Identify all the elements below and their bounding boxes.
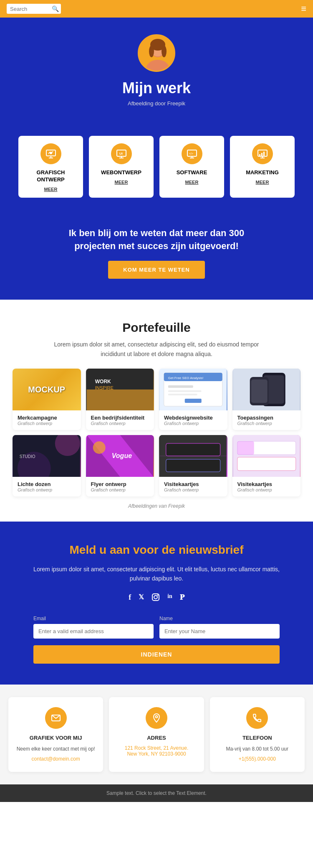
- search-box[interactable]: 🔍: [7, 4, 61, 14]
- header: 🔍 ≡: [0, 0, 313, 18]
- portfolio-item-2[interactable]: Get Free SEO Analysis! Webdesignwebsite …: [159, 369, 227, 430]
- portfolio-item-title-2: Webdesignwebsite: [164, 415, 222, 421]
- cta-button[interactable]: KOM MEER TE WETEN: [108, 261, 204, 279]
- linkedin-icon[interactable]: in: [167, 593, 172, 603]
- svg-rect-36: [185, 399, 202, 403]
- portfolio-img-6: [159, 435, 227, 477]
- svg-rect-26: [86, 389, 153, 410]
- portfolio-img-4: STUDIO: [13, 435, 81, 477]
- submit-button[interactable]: INDIENEN: [33, 645, 280, 664]
- pinterest-icon[interactable]: 𝐏: [180, 593, 184, 603]
- portfolio-info-3: Toepassingen Grafisch ontwerp: [232, 410, 301, 430]
- facebook-icon[interactable]: f: [129, 593, 131, 603]
- email-label: Email: [33, 616, 154, 621]
- svg-text:INSPIRE: INSPIRE: [95, 385, 113, 390]
- contact-text-2: Ma-vrij van 8.00 tot 5.00 uur: [217, 745, 298, 753]
- twitter-icon[interactable]: 𝕏: [139, 593, 144, 603]
- portfolio-item-title-5: Flyer ontwerp: [91, 481, 149, 487]
- service-title-marketing: MARKETING: [246, 169, 279, 176]
- meer-software[interactable]: MEER: [185, 180, 199, 185]
- portfolio-item-4[interactable]: STUDIO Lichte dozen Grafisch ontwerp: [13, 435, 81, 496]
- portfolio-info-1: Een bedrijfsidentiteit Grafisch ontwerp: [86, 410, 154, 430]
- portfolio-item-cat-1: Grafisch ontwerp: [91, 421, 149, 426]
- portfolio-img-3: [232, 369, 301, 410]
- newsletter-title: Meld u aan voor de nieuwsbrief: [33, 542, 280, 557]
- contact-link-0[interactable]: contact@domein.com: [15, 756, 96, 762]
- portfolio-item-title-4: Lichte dozen: [18, 481, 76, 487]
- portfolio-item-7[interactable]: Visitekaartjes Grafisch ontwerp: [232, 435, 301, 496]
- name-input[interactable]: [159, 624, 280, 639]
- portfolio-item-6[interactable]: Visitekaartjes Grafisch ontwerp: [159, 435, 227, 496]
- svg-point-62: [155, 716, 157, 718]
- contact-text-0: Neem elke keer contact met mij op!: [15, 745, 96, 753]
- services-section: GRAFISCHONTWERP MEER UI WEBONTWERP MEER …: [0, 127, 313, 214]
- name-group: Name: [159, 616, 280, 639]
- portfolio-info-0: Merkcampagne Grafisch ontwerp: [13, 410, 81, 430]
- portfolio-item-5[interactable]: Vogue Flyer ontwerp Grafisch ontwerp: [86, 435, 154, 496]
- newsletter-section: Meld u aan voor de nieuwsbrief Lorem ips…: [0, 522, 313, 685]
- svg-rect-34: [168, 390, 202, 392]
- portfolio-item-cat-6: Grafisch ontwerp: [164, 487, 222, 492]
- contact-card-phone: TELEFOON Ma-vrij van 8.00 tot 5.00 uur +…: [210, 697, 305, 771]
- marketing-icon: [252, 143, 273, 164]
- contact-section: GRAFIEK VOOR MIJ Neem elke keer contact …: [0, 685, 313, 784]
- service-card-grafisch: GRAFISCHONTWERP MEER: [18, 136, 83, 198]
- svg-text:STUDIO: STUDIO: [20, 454, 35, 459]
- software-icon: </>: [182, 143, 202, 164]
- phone-contact-icon: [246, 707, 268, 729]
- address-contact-icon: [146, 707, 167, 729]
- search-input[interactable]: [10, 6, 52, 12]
- meer-webontwerp[interactable]: MEER: [115, 180, 128, 185]
- hero-title: Mijn werk: [122, 79, 191, 97]
- svg-text:Get Free SEO Analysis!: Get Free SEO Analysis!: [168, 376, 203, 380]
- freepik-link[interactable]: Freepik: [167, 100, 185, 107]
- instagram-icon[interactable]: [151, 593, 160, 603]
- portfolio-title: Portefeuille: [13, 321, 300, 335]
- svg-point-59: [154, 596, 157, 599]
- footer-text: Sample text. Click to select the Text El…: [106, 790, 207, 796]
- portfolio-item-cat-3: Grafisch ontwerp: [237, 421, 296, 426]
- portfolio-description: Lorem ipsum dolor sit amet, consectetur …: [52, 340, 261, 359]
- svg-point-60: [157, 595, 159, 596]
- contact-title-0: GRAFIEK VOOR MIJ: [15, 735, 96, 741]
- service-card-webontwerp: UI WEBONTWERP MEER: [89, 136, 154, 198]
- portfolio-img-2: Get Free SEO Analysis!: [159, 369, 227, 410]
- portfolio-grid: MOCKUP Merkcampagne Grafisch ontwerp WOR…: [13, 369, 300, 496]
- portfolio-info-5: Flyer ontwerp Grafisch ontwerp: [86, 477, 154, 496]
- portfolio-item-cat-7: Grafisch ontwerp: [237, 487, 296, 492]
- svg-rect-21: [261, 153, 263, 156]
- meer-grafisch[interactable]: MEER: [44, 187, 58, 192]
- webontwerp-icon: UI: [111, 143, 132, 164]
- hero-subtitle: Afbeelding door Freepik: [128, 100, 185, 107]
- portfolio-item-1[interactable]: WORK INSPIRE Een bedrijfsidentiteit Graf…: [86, 369, 154, 430]
- service-title-webontwerp: WEBONTWERP: [101, 169, 141, 176]
- svg-rect-51: [166, 443, 220, 456]
- service-title-software: SOFTWARE: [177, 169, 207, 176]
- portfolio-img-5: Vogue: [86, 435, 154, 477]
- svg-rect-41: [251, 379, 267, 403]
- contact-title-1: ADRES: [116, 735, 197, 741]
- svg-text:</>: </>: [189, 152, 193, 155]
- svg-rect-20: [259, 154, 260, 156]
- portfolio-info-7: Visitekaartjes Grafisch ontwerp: [232, 477, 301, 496]
- portfolio-item-0[interactable]: MOCKUP Merkcampagne Grafisch ontwerp: [13, 369, 81, 430]
- svg-rect-35: [168, 394, 197, 395]
- menu-icon[interactable]: ≡: [301, 3, 306, 14]
- contact-link-1[interactable]: 121 Rock Street, 21 Avenue.New York, NY …: [116, 745, 197, 757]
- hero-section: Mijn werk Afbeelding door Freepik: [0, 18, 313, 127]
- contact-link-2[interactable]: +1(555).000-000: [217, 756, 298, 762]
- svg-text:UI: UI: [119, 152, 123, 155]
- portfolio-info-6: Visitekaartjes Grafisch ontwerp: [159, 477, 227, 496]
- portfolio-img-7: [232, 435, 301, 477]
- svg-point-5: [149, 46, 154, 57]
- svg-text:Vogue: Vogue: [111, 452, 131, 459]
- portfolio-img-0: MOCKUP: [13, 369, 81, 410]
- portfolio-freepik-link[interactable]: Freepik: [168, 503, 185, 509]
- portfolio-info-4: Lichte dozen Grafisch ontwerp: [13, 477, 81, 496]
- portfolio-item-cat-5: Grafisch ontwerp: [91, 487, 149, 492]
- email-input[interactable]: [33, 624, 154, 639]
- portfolio-item-3[interactable]: Toepassingen Grafisch ontwerp: [232, 369, 301, 430]
- portfolio-item-title-7: Visitekaartjes: [237, 481, 296, 487]
- meer-marketing[interactable]: MEER: [256, 180, 269, 185]
- portfolio-item-title-1: Een bedrijfsidentiteit: [91, 415, 149, 421]
